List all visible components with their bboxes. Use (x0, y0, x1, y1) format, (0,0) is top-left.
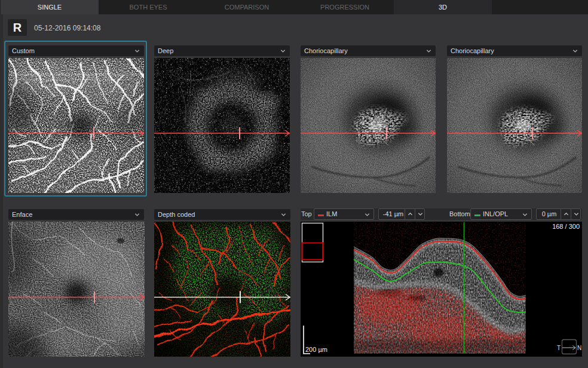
svg-text:T: T (557, 345, 561, 351)
svg-text:200 µm: 200 µm (305, 346, 327, 353)
svg-text:N: N (577, 345, 581, 351)
svg-text:168 / 300: 168 / 300 (552, 223, 580, 230)
